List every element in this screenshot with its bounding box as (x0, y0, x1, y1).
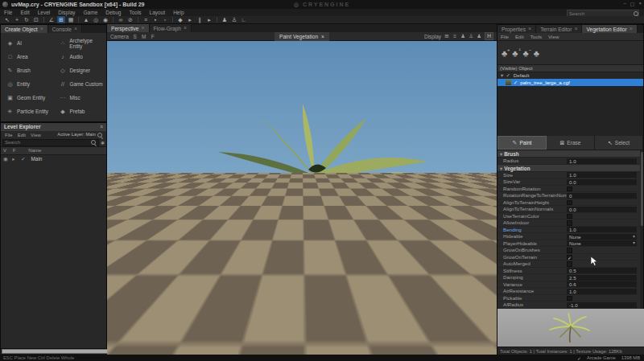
gear-icon[interactable]: ✱ (101, 140, 105, 146)
create-item-designer[interactable]: ◇Designer (54, 64, 107, 77)
level-explorer-search-box[interactable] (2, 139, 99, 146)
menu-help[interactable]: Help (169, 9, 188, 16)
checkbox-growonterrain[interactable]: ✓ (567, 255, 572, 260)
list-overlay-icon[interactable]: ≡ (452, 33, 458, 39)
toolbar-separator[interactable] (113, 17, 114, 23)
dropdown-playerhideable[interactable]: None▾ (567, 240, 637, 246)
toolbar-separator[interactable] (43, 17, 44, 23)
close-icon[interactable]: × (184, 26, 187, 31)
spawn-icon[interactable]: ♟ (476, 33, 482, 39)
create-item-audio[interactable]: ♪Audio (54, 50, 107, 64)
move-icon[interactable]: + (13, 16, 21, 23)
checkbox-aligntoterrainheight[interactable] (567, 200, 572, 206)
rp-menu-edit[interactable]: Edit (512, 33, 527, 41)
input-variance[interactable]: 0.6 (567, 281, 637, 287)
scrollbar-thumb[interactable] (641, 152, 643, 226)
vegetation-preview[interactable] (497, 309, 644, 347)
toolbar-separator[interactable] (217, 17, 217, 23)
input-damping[interactable]: 2.5 (567, 275, 637, 281)
section-header-vegetation[interactable]: ▾Vegetation (497, 165, 642, 172)
close-icon[interactable]: × (528, 27, 531, 31)
measure-icon[interactable]: ∟ (240, 16, 248, 23)
input-rotationrangetoterrainnormal[interactable]: 0 (567, 193, 637, 199)
create-item-game-custom[interactable]: //Game Custom (54, 77, 107, 91)
tab-terrain-editor[interactable]: Terrain Editor× (536, 25, 582, 33)
follow-terrain-icon[interactable]: ▦ (67, 16, 75, 23)
close-icon[interactable]: × (100, 123, 103, 131)
clone-vegetation-object-icon[interactable]: ♣² (512, 48, 518, 58)
close-icon[interactable]: × (321, 32, 324, 41)
create-item-archetype-entity[interactable]: ∴Archetype Entity (54, 36, 107, 50)
section-header-brush[interactable]: ▾Brush (497, 150, 642, 158)
create-item-prefab[interactable]: ◆Prefab (54, 105, 107, 118)
ai-player-icon[interactable]: ♙ (468, 33, 474, 39)
menu-debug[interactable]: Debug (101, 9, 125, 16)
layer-search-icon[interactable] (97, 133, 102, 137)
close-icon[interactable]: × (74, 27, 77, 31)
menu-file[interactable]: File (0, 9, 16, 16)
freeze-icon[interactable]: ▪ (151, 16, 159, 23)
menu-level[interactable]: Level (34, 9, 55, 16)
select-mode-button[interactable]: ↖Select (595, 136, 643, 150)
rp-menu-tools[interactable]: Tools (527, 33, 545, 41)
unfreeze-icon[interactable]: ▫ (161, 16, 169, 23)
snap-angle-icon[interactable]: ∠ (47, 16, 56, 23)
input-sizevar[interactable]: 0.0 (567, 179, 637, 185)
camera-icon[interactable]: ◆ (176, 16, 184, 23)
input-size[interactable]: 1.0 (567, 172, 637, 178)
tab-flow-graph[interactable]: Flow-Graph× (150, 24, 192, 32)
eye-icon[interactable]: ◉ (1, 156, 8, 162)
align-icon[interactable]: ≡ (142, 16, 150, 23)
vegetation-tree-empty-area[interactable] (497, 86, 643, 136)
toolbar-separator[interactable] (138, 17, 138, 23)
level-explorer-search-input[interactable] (3, 140, 91, 145)
speed-button-f[interactable]: F (150, 34, 156, 39)
checkbox-pickable[interactable] (567, 296, 572, 302)
rotate-icon[interactable]: ↻ (23, 16, 31, 23)
maximize-button[interactable]: ▢ (630, 1, 635, 6)
close-icon[interactable]: × (630, 27, 633, 31)
create-item-brush[interactable]: ✎Brush (1, 64, 54, 77)
viewport-3d-canvas[interactable] (107, 41, 497, 355)
rp-menu-file[interactable]: File (497, 33, 512, 41)
menu-edit[interactable]: Edit (16, 9, 33, 16)
grid-overlay-icon[interactable]: ⊞ (444, 33, 450, 39)
menu-display[interactable]: Display (54, 9, 79, 16)
tab-perspective[interactable]: Perspective× (107, 24, 150, 32)
input-radius[interactable]: 1.0 (567, 158, 637, 164)
le-menu-view[interactable]: View (28, 133, 43, 137)
snap-grid-icon[interactable]: ⊞ (57, 16, 65, 23)
paint-vegetation-tool-tab[interactable]: Paint Vegetation × (275, 32, 329, 41)
property-scrollbar[interactable] (640, 150, 643, 309)
tab-vegetation-editor[interactable]: Vegetation Editor× (582, 25, 637, 33)
import-vegetation-icon[interactable]: ♣ (534, 48, 539, 58)
create-item-entity[interactable]: ◎Entity (1, 77, 54, 91)
input-aligntoterrainnormals[interactable]: 0.0 (567, 207, 637, 212)
layer-row-main[interactable]: ◉ ▸ ✓ Main (1, 155, 106, 162)
checkbox-growonbrushes[interactable] (567, 248, 572, 253)
chevron-down-icon[interactable]: ▾ (501, 72, 503, 78)
create-item-misc[interactable]: ···Misc (54, 91, 107, 105)
create-item-geom-entity[interactable]: ▣Geom Entity (1, 91, 54, 105)
vegetation-object-row-selected[interactable]: ✓ palm_tree_large_a.cgf (497, 79, 643, 86)
close-icon[interactable]: × (141, 26, 144, 31)
menu-layout[interactable]: Layout (146, 9, 170, 16)
create-item-particle-entity[interactable]: ✳Particle Entity (1, 105, 54, 118)
speed-button-m[interactable]: M (141, 34, 147, 39)
toolbar-separator[interactable] (172, 17, 173, 23)
scale-icon[interactable]: ⊡ (32, 16, 40, 23)
display-menu[interactable]: Display (424, 34, 441, 39)
erase-mode-button[interactable]: ⊠Erase (547, 136, 595, 150)
physics-icon[interactable]: ♟ (221, 16, 229, 23)
ai-toggle-icon[interactable]: ♙ (230, 16, 238, 23)
input-stiffness[interactable]: 0.5 (567, 268, 637, 273)
unlink-icon[interactable]: ⊘ (126, 16, 134, 23)
remove-vegetation-object-icon[interactable]: ♣– (522, 48, 528, 58)
checkbox-useterraincolor[interactable] (567, 214, 572, 219)
zoom-icon[interactable]: ◎ (92, 16, 100, 23)
vegetation-group-default[interactable]: ▾ ✓ Default (497, 72, 643, 79)
step-icon[interactable]: ▸ (205, 16, 213, 23)
pick-icon[interactable]: ▸ (9, 156, 14, 162)
checkbox-automerged[interactable] (567, 261, 572, 267)
input-bending[interactable]: 1.0 (567, 227, 637, 232)
